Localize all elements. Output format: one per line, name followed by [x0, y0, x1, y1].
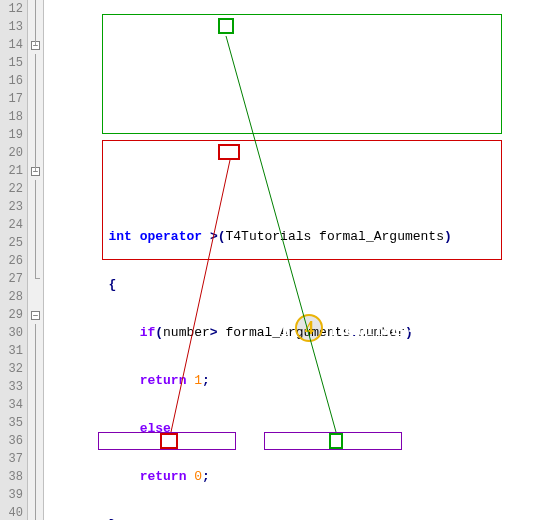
watermark-circle-icon: 4 [295, 314, 323, 342]
line-number: 32 [0, 360, 23, 378]
annotation-green-block [102, 14, 502, 134]
line-number: 38 [0, 468, 23, 486]
fold-marker-icon[interactable]: − [31, 311, 40, 320]
watermark-rest: Tutorials [327, 317, 404, 340]
line-number: 12 [0, 0, 23, 18]
line-number: 21 [0, 162, 23, 180]
line-number: 36 [0, 432, 23, 450]
watermark-domain: .COM [408, 320, 454, 336]
line-number: 23 [0, 198, 23, 216]
line-number: 33 [0, 378, 23, 396]
line-number: 30 [0, 324, 23, 342]
line-number: 37 [0, 450, 23, 468]
line-number: 13 [0, 18, 23, 36]
line-number: 17 [0, 90, 23, 108]
watermark: T 4 Tutorials .COM [278, 314, 454, 342]
watermark-t: T [278, 317, 291, 340]
line-number: 39 [0, 486, 23, 504]
line-number: 29 [0, 306, 23, 324]
line-number-gutter: 12 13 14 15 16 17 18 19 20 21 22 23 24 2… [0, 0, 28, 520]
code-area[interactable]: int operator >(T4Tutorials formal_Argume… [44, 0, 548, 520]
line-number: 20 [0, 144, 23, 162]
code-editor[interactable]: 12 13 14 15 16 17 18 19 20 21 22 23 24 2… [0, 0, 548, 520]
line-number: 31 [0, 342, 23, 360]
line-number: 27 [0, 270, 23, 288]
line-number: 25 [0, 234, 23, 252]
line-number: 35 [0, 414, 23, 432]
fold-column: − − − [28, 0, 44, 520]
line-number: 15 [0, 54, 23, 72]
line-number: 19 [0, 126, 23, 144]
line-number: 26 [0, 252, 23, 270]
annotation-gt-box [218, 18, 234, 34]
annotation-eq-box [218, 144, 240, 160]
line-number: 16 [0, 72, 23, 90]
line-number: 24 [0, 216, 23, 234]
line-number: 22 [0, 180, 23, 198]
line-number: 14 [0, 36, 23, 54]
line-number: 40 [0, 504, 23, 520]
line-number: 28 [0, 288, 23, 306]
line-number: 34 [0, 396, 23, 414]
line-number: 18 [0, 108, 23, 126]
